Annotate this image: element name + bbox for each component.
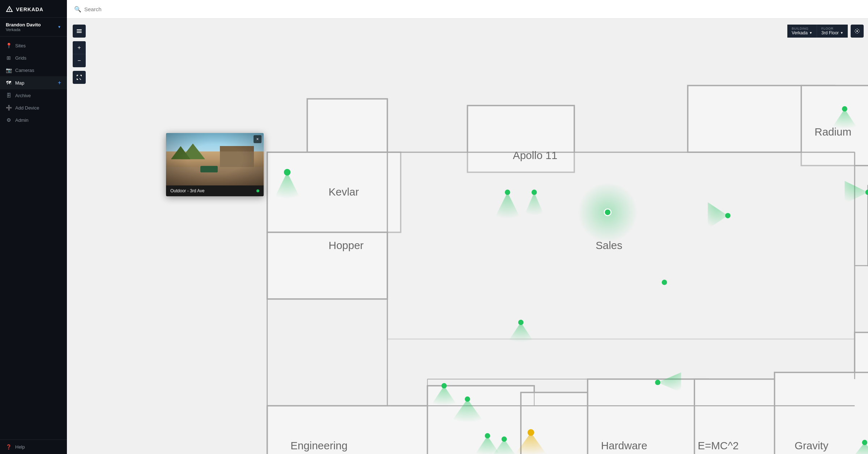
sidebar-item-grids[interactable]: ⊞ Grids <box>0 52 67 64</box>
svg-point-59 <box>442 383 447 389</box>
admin-icon: ⚙ <box>6 117 12 123</box>
camera-popup-footer: Outdoor - 3rd Ave <box>166 185 264 196</box>
svg-text:Radium: Radium <box>814 126 851 138</box>
add-device-icon: ➕ <box>6 105 12 111</box>
grids-icon: ⊞ <box>6 55 12 61</box>
zoom-out-button[interactable]: − <box>73 54 86 67</box>
camera-feed-container: × <box>166 133 264 185</box>
svg-point-5 <box>856 30 858 32</box>
sidebar-item-map[interactable]: 🗺 Map + <box>0 76 67 89</box>
svg-text:Hardware: Hardware <box>601 440 647 451</box>
svg-point-45 <box>505 190 510 195</box>
floor-plan-svg: Kevlar Apollo 11 Hopper Sales Radium Dou… <box>67 19 868 454</box>
sidebar-item-admin[interactable]: ⚙ Admin <box>0 114 67 126</box>
building-dropdown-icon: ▼ <box>809 31 812 35</box>
svg-point-53 <box>842 106 847 112</box>
main-area: 🔍 + − <box>67 0 868 454</box>
map-settings-button[interactable] <box>851 25 864 38</box>
svg-point-61 <box>465 397 470 402</box>
camera-status-indicator <box>256 189 259 192</box>
sidebar-bottom: ❓ Help <box>0 440 67 454</box>
svg-point-71 <box>485 433 490 438</box>
zoom-controls: + − <box>73 41 86 67</box>
floor-value: 3rd Floor ▼ <box>821 30 843 35</box>
search-input[interactable] <box>84 6 861 12</box>
floor-dropdown-icon: ▼ <box>840 31 843 35</box>
logo-area: VERKADA <box>0 0 67 18</box>
sidebar-nav: 📍 Sites ⊞ Grids 📷 Cameras 🗺 Map + 🗄 Arch… <box>0 37 67 440</box>
sidebar-item-label: Map <box>15 80 24 86</box>
svg-text:Engineering: Engineering <box>290 440 348 451</box>
sidebar-item-label: Cameras <box>15 68 34 73</box>
svg-text:Hopper: Hopper <box>329 239 364 251</box>
user-dropdown-icon: ▼ <box>58 25 61 29</box>
camera-feed <box>166 133 264 185</box>
sidebar-item-archive[interactable]: 🗄 Archive <box>0 89 67 102</box>
user-profile[interactable]: Brandon Davito Verkada ▼ <box>0 18 67 37</box>
floor-selector[interactable]: FLOOR 3rd Floor ▼ <box>817 25 848 38</box>
search-bar: 🔍 <box>67 0 868 19</box>
svg-point-55 <box>865 190 868 195</box>
svg-text:E=MC^2: E=MC^2 <box>698 440 739 451</box>
svg-text:Sales: Sales <box>596 239 622 251</box>
user-name: Brandon Davito <box>6 22 41 27</box>
sidebar-item-add-device[interactable]: ➕ Add Device <box>0 102 67 114</box>
cameras-icon: 📷 <box>6 67 12 73</box>
layers-button[interactable] <box>73 25 86 38</box>
map-add-button[interactable]: + <box>58 80 61 86</box>
search-icon: 🔍 <box>74 6 81 13</box>
sidebar-item-sites[interactable]: 📍 Sites <box>0 39 67 52</box>
floor-label: FLOOR <box>821 27 843 30</box>
sidebar-item-label: Sites <box>15 43 26 48</box>
camera-popup: × Outdoor - 3rd Ave <box>166 133 264 196</box>
close-icon: × <box>256 137 259 142</box>
zoom-in-button[interactable]: + <box>73 41 86 54</box>
camera-name: Outdoor - 3rd Ave <box>170 188 205 193</box>
svg-point-65 <box>862 440 867 445</box>
map-container: + − BUILDING Verkada ▼ FLOOR 3rd <box>67 19 868 454</box>
svg-rect-4 <box>77 32 82 33</box>
archive-icon: 🗄 <box>6 93 12 98</box>
svg-point-57 <box>518 320 524 325</box>
svg-point-49 <box>604 209 611 215</box>
building-floor-selector: BUILDING Verkada ▼ FLOOR 3rd Floor ▼ <box>787 25 848 38</box>
building-value: Verkada ▼ <box>792 30 812 35</box>
sidebar-item-label: Admin <box>15 117 29 123</box>
svg-text:Gravity: Gravity <box>795 440 829 451</box>
building-selector[interactable]: BUILDING Verkada ▼ <box>787 25 817 38</box>
svg-marker-54 <box>844 181 868 204</box>
help-label: Help <box>15 444 25 450</box>
verkada-logo-icon <box>6 6 13 13</box>
svg-point-63 <box>655 380 660 385</box>
svg-point-74 <box>662 280 667 285</box>
building-label: BUILDING <box>792 27 812 30</box>
map-icon: 🗺 <box>6 80 12 86</box>
svg-rect-11 <box>267 232 387 299</box>
sidebar-item-cameras[interactable]: 📷 Cameras <box>0 64 67 76</box>
fullscreen-button[interactable] <box>73 71 86 84</box>
svg-text:Kevlar: Kevlar <box>329 186 359 198</box>
help-icon: ❓ <box>6 444 12 450</box>
sidebar-item-label: Add Device <box>15 105 39 111</box>
sidebar: VERKADA Brandon Davito Verkada ▼ 📍 Sites… <box>0 0 67 454</box>
svg-rect-3 <box>77 31 82 31</box>
svg-point-47 <box>532 190 537 195</box>
user-info: Brandon Davito Verkada <box>6 22 41 32</box>
svg-point-43 <box>284 169 290 175</box>
close-popup-button[interactable]: × <box>254 135 261 143</box>
help-button[interactable]: ❓ Help <box>6 444 61 450</box>
svg-point-69 <box>528 429 534 436</box>
sidebar-item-label: Grids <box>15 55 26 61</box>
svg-rect-6 <box>307 99 387 152</box>
logo-text: VERKADA <box>16 7 43 12</box>
sidebar-item-label: Archive <box>15 93 31 98</box>
user-org: Verkada <box>6 27 41 32</box>
svg-text:Apollo 11: Apollo 11 <box>513 149 557 161</box>
svg-rect-2 <box>77 29 82 30</box>
map-controls: + − <box>73 25 86 84</box>
sites-icon: 📍 <box>6 43 12 48</box>
svg-point-73 <box>502 436 507 442</box>
svg-point-51 <box>725 213 731 218</box>
